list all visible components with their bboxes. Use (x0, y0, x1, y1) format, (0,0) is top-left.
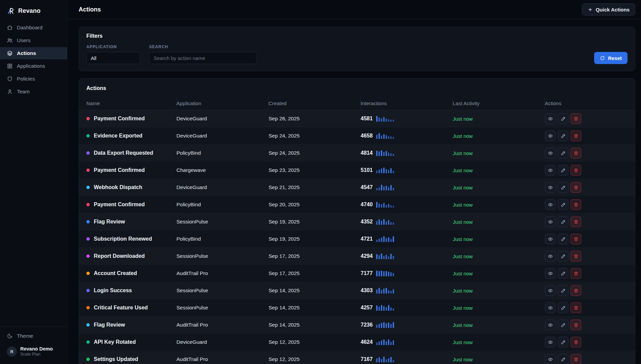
interactions-sparkline (376, 305, 394, 311)
sidebar-item-users[interactable]: Users (0, 34, 67, 47)
table-row: Webhook Dispatch DeviceGuard Sep 21, 202… (79, 179, 635, 196)
delete-button[interactable] (570, 182, 581, 193)
eye-icon (548, 185, 553, 190)
view-button[interactable] (545, 130, 556, 141)
edit-button[interactable] (558, 148, 568, 158)
sidebar-item-actions[interactable]: Actions (0, 47, 67, 59)
search-input[interactable] (149, 52, 257, 64)
layers-icon (7, 50, 13, 56)
pencil-icon (561, 185, 566, 190)
sidebar-item-applications[interactable]: Applications (0, 60, 67, 72)
delete-button[interactable] (570, 216, 581, 227)
edit-button[interactable] (558, 320, 568, 330)
edit-button[interactable] (558, 285, 568, 296)
view-button[interactable] (545, 285, 556, 296)
view-button[interactable] (545, 354, 556, 364)
last-activity-cell: Just now (453, 305, 545, 311)
edit-button[interactable] (558, 165, 568, 176)
table-header: Name Application Created Interactions La… (79, 97, 635, 110)
delete-button[interactable] (570, 199, 581, 210)
table-row: Flag Review AuditTrail Pro Sep 14, 2025 … (79, 316, 635, 334)
delete-button[interactable] (570, 251, 581, 262)
grid-icon (7, 63, 13, 69)
view-button[interactable] (545, 113, 556, 124)
view-button[interactable] (545, 165, 556, 176)
edit-button[interactable] (558, 182, 568, 193)
edit-button[interactable] (558, 268, 568, 279)
edit-button[interactable] (558, 130, 568, 141)
delete-button[interactable] (570, 148, 581, 158)
status-dot (86, 358, 90, 361)
created-cell: Sep 24, 2025 (269, 133, 361, 139)
action-name: Subscription Renewed (94, 236, 152, 242)
table-row: Report Downloaded SessionPulse Sep 17, 2… (79, 248, 635, 265)
application-filter: APPLICATION All (86, 44, 140, 64)
trash-icon (574, 288, 579, 293)
view-button[interactable] (545, 320, 556, 330)
view-button[interactable] (545, 268, 556, 279)
sidebar-item-dashboard[interactable]: Dashboard (0, 22, 67, 34)
edit-button[interactable] (558, 302, 568, 313)
sidebar-nav: Dashboard Users Actions Applications Pol… (0, 22, 67, 98)
delete-button[interactable] (570, 268, 581, 279)
edit-button[interactable] (558, 113, 568, 124)
view-button[interactable] (545, 182, 556, 193)
view-button[interactable] (545, 199, 556, 210)
interactions-sparkline (376, 322, 394, 328)
delete-button[interactable] (570, 130, 581, 141)
edit-button[interactable] (558, 199, 568, 210)
view-button[interactable] (545, 337, 556, 347)
delete-button[interactable] (570, 113, 581, 124)
theme-toggle[interactable]: Theme (7, 333, 60, 339)
edit-button[interactable] (558, 251, 568, 262)
last-activity-cell: Just now (453, 357, 545, 362)
plus-icon (588, 7, 593, 12)
edit-button[interactable] (558, 234, 568, 244)
edit-button[interactable] (558, 337, 568, 347)
application-cell: PolicyBind (176, 202, 269, 208)
search-filter-label: SEARCH (149, 44, 257, 49)
pencil-icon (561, 340, 566, 345)
created-cell: Sep 20, 2025 (269, 202, 361, 208)
eye-icon (548, 357, 553, 362)
row-actions (545, 165, 635, 176)
interactions-cell: 4294 (361, 253, 453, 259)
application-filter-label: APPLICATION (86, 44, 140, 49)
delete-button[interactable] (570, 302, 581, 313)
last-activity-cell: Just now (453, 168, 545, 173)
column-header-name: Name (86, 97, 176, 110)
view-button[interactable] (545, 148, 556, 158)
reset-button[interactable]: Reset (594, 52, 628, 64)
edit-button[interactable] (558, 216, 568, 227)
view-button[interactable] (545, 234, 556, 244)
application-cell: SessionPulse (176, 305, 269, 311)
delete-button[interactable] (570, 285, 581, 296)
delete-button[interactable] (570, 165, 581, 176)
interactions-count: 5101 (361, 167, 373, 173)
sidebar-item-team[interactable]: Team (0, 86, 67, 98)
quick-actions-button[interactable]: Quick Actions (582, 3, 635, 16)
view-button[interactable] (545, 302, 556, 313)
interactions-count: 4547 (361, 184, 373, 190)
row-actions (545, 320, 635, 330)
delete-button[interactable] (570, 337, 581, 347)
sidebar-item-label: Policies (17, 76, 35, 82)
row-actions (545, 216, 635, 227)
view-button[interactable] (545, 216, 556, 227)
account-card[interactable]: R Revano Demo Scale Plan (7, 346, 60, 357)
interactions-count: 4721 (361, 236, 373, 242)
view-button[interactable] (545, 251, 556, 262)
sidebar-item-label: Dashboard (17, 25, 43, 31)
pencil-icon (561, 237, 566, 242)
delete-button[interactable] (570, 320, 581, 330)
sidebar-item-policies[interactable]: Policies (0, 73, 67, 85)
delete-button[interactable] (570, 354, 581, 364)
delete-button[interactable] (570, 234, 581, 244)
status-dot (86, 134, 90, 138)
edit-button[interactable] (558, 354, 568, 364)
table-row: Data Export Requested PolicyBind Sep 24,… (79, 145, 635, 162)
interactions-sparkline (376, 339, 394, 345)
eye-icon (548, 219, 553, 224)
sidebar-footer: Theme R Revano Demo Scale Plan (0, 327, 67, 364)
application-select[interactable]: All (86, 52, 140, 64)
